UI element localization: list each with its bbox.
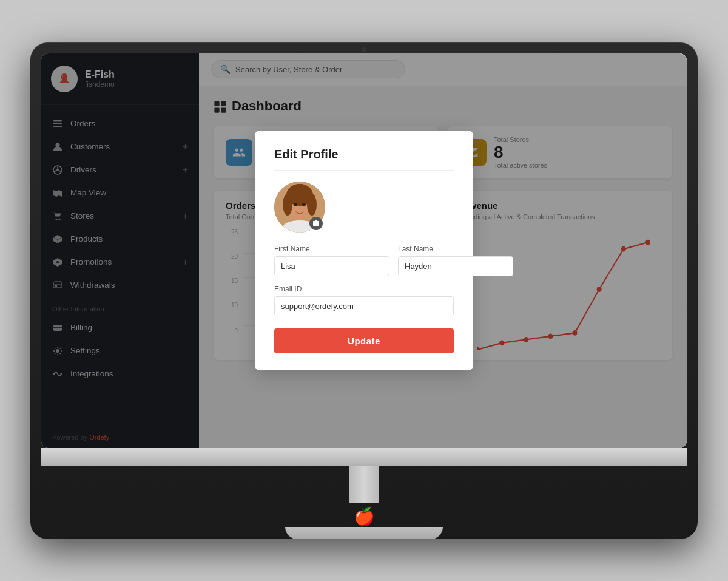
last-name-label: Last Name <box>398 245 513 253</box>
avatar-section <box>274 182 454 233</box>
modal-overlay[interactable]: Edit Profile <box>199 53 687 448</box>
main-content: 🔍 <box>199 53 687 448</box>
first-name-group: First Name <box>274 245 389 276</box>
email-input[interactable] <box>274 296 454 316</box>
profile-avatar-wrap[interactable] <box>274 182 325 233</box>
monitor-neck <box>349 466 379 503</box>
update-button[interactable]: Update <box>274 328 454 353</box>
camera-badge[interactable] <box>309 217 323 230</box>
svg-point-41 <box>294 203 297 206</box>
modal-title: Edit Profile <box>274 148 454 171</box>
edit-profile-modal: Edit Profile <box>255 131 473 370</box>
svg-point-39 <box>283 194 292 216</box>
svg-point-42 <box>302 203 306 206</box>
apple-logo-area: 🍎 <box>352 503 376 527</box>
email-group: Email ID <box>274 285 454 316</box>
monitor-bezel: E-Fish fishdemo O <box>41 53 687 448</box>
monitor-camera <box>362 47 366 52</box>
first-name-input[interactable] <box>274 256 389 276</box>
monitor-stand <box>41 448 687 466</box>
screen: E-Fish fishdemo O <box>41 53 687 448</box>
last-name-input[interactable] <box>398 256 513 276</box>
monitor-foot <box>285 527 443 539</box>
last-name-group: Last Name <box>398 245 513 276</box>
svg-point-40 <box>307 194 317 216</box>
name-row: First Name Last Name <box>274 245 454 276</box>
monitor-container: E-Fish fishdemo O <box>30 42 698 539</box>
first-name-label: First Name <box>274 245 389 253</box>
email-label: Email ID <box>274 285 454 293</box>
